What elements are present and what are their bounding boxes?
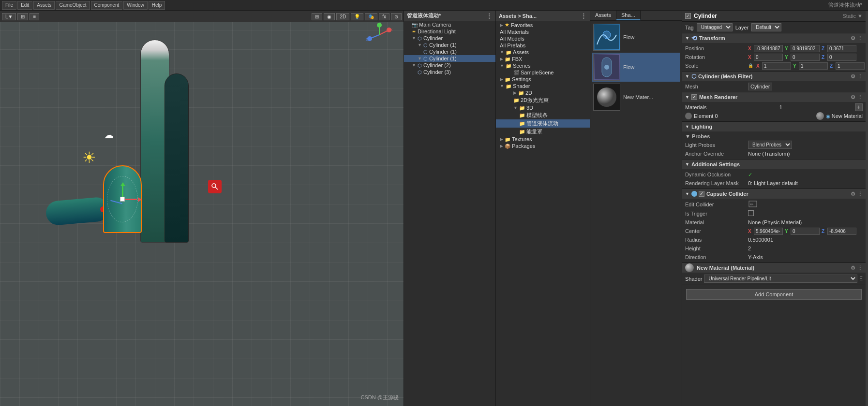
selected-cylinder[interactable] (103, 165, 142, 233)
pos-x-input[interactable] (754, 45, 783, 52)
hierarchy-item-main-camera[interactable]: 📷 Main Camera (404, 21, 495, 28)
scale-x-input[interactable] (762, 62, 791, 70)
rot-x-input[interactable] (754, 54, 783, 61)
gameobject-menu[interactable]: GameObject (56, 1, 90, 10)
scene-view-btn2[interactable]: 💡 (351, 13, 363, 20)
material-settings-icon[interactable]: ⚙ (851, 265, 855, 271)
light-icon: ☀ (412, 29, 416, 34)
hierarchy-item-cylinder-3[interactable]: ⬡ Cylinder (3) (404, 69, 495, 75)
transform-section-header[interactable]: ▼ ⟲ Transform ⚙ ⋮ (682, 33, 866, 43)
rot-z-input[interactable] (827, 54, 856, 61)
tab-assets[interactable]: Assets (590, 11, 616, 20)
settings-item[interactable]: ▶ 📁 Settings (496, 76, 590, 83)
shader-item[interactable]: ▼ 📁 Shader (496, 83, 590, 89)
shader-edit-icon[interactable]: E (859, 276, 863, 281)
scene-view-btn4[interactable]: fx (379, 13, 389, 20)
center-y-input[interactable] (791, 228, 820, 235)
all-prefabs-item[interactable]: All Prefabs (496, 42, 590, 49)
all-materials-item[interactable]: All Materials (496, 29, 590, 35)
mesh-filter-header[interactable]: ▼ ⬡ Cylinder (Mesh Filter) ⚙ ⋮ (682, 72, 866, 81)
search-red-icon[interactable] (208, 180, 222, 193)
model-line-item[interactable]: 📁 模型线条 (496, 111, 590, 119)
pos-y-input[interactable] (791, 45, 820, 52)
is-trigger-checkbox[interactable] (748, 210, 754, 216)
hierarchy-item-directional-light[interactable]: ☀ Directional Light (404, 28, 495, 35)
material-dots-icon[interactable]: ⋮ (857, 265, 863, 271)
assets-menu-btn[interactable]: ⋮ (580, 12, 587, 20)
layer-dropdown[interactable]: Default (751, 23, 781, 31)
view-toggle[interactable]: L▼ (2, 13, 16, 20)
mesh-renderer-header[interactable]: ▼ ✓ Mesh Renderer ⚙ ⋮ (682, 92, 866, 102)
mesh-renderer-settings-icon[interactable]: ⚙ (851, 94, 855, 101)
scenes-item[interactable]: ▼ 📁 Scenes (496, 62, 590, 69)
obj-active-checkbox[interactable]: ✓ (685, 13, 691, 19)
packages-item[interactable]: ▶ 📦 Packages (496, 143, 590, 149)
energy-item[interactable]: 📁 能量罩 (496, 128, 590, 136)
mesh-filter-settings-icon[interactable]: ⚙ (851, 73, 855, 80)
shader-3d-item[interactable]: ▼ 📁 3D (496, 104, 590, 111)
hierarchy-item-cylinder-root[interactable]: ▼ ⬡ Cylinder (404, 35, 495, 42)
fbx-item[interactable]: ▶ 📁 FBX (496, 56, 590, 62)
material-section-header[interactable]: New Material (Material) ⚙ ⋮ (682, 263, 866, 273)
tab-shader[interactable]: Sha... (616, 11, 641, 20)
assets-root-item[interactable]: ▼ 📁 Assets (496, 49, 590, 56)
file-menu[interactable]: File (2, 1, 16, 10)
capsule-dots-icon[interactable]: ⋮ (857, 191, 863, 197)
transform-settings-icon[interactable]: ⚙ (851, 35, 855, 42)
center-x-input[interactable] (754, 228, 783, 235)
tag-dropdown[interactable]: Untagged (697, 23, 733, 31)
sample-scene-item[interactable]: 🎬 SampleScene (496, 69, 590, 76)
shading-toggle[interactable]: ◉ (324, 13, 335, 20)
window-menu[interactable]: Window (123, 1, 148, 10)
shader-2d-item[interactable]: ▶ 📁 2D (496, 89, 590, 96)
laser-item[interactable]: 📁 2D激光光束 (496, 96, 590, 104)
pipe-flow-item[interactable]: 📁 管道液体流动 (496, 119, 590, 128)
preview-flow-1[interactable]: Flow (592, 23, 680, 52)
component-menu[interactable]: Component (91, 1, 123, 10)
additional-settings-header[interactable]: ▼ Additional Settings (682, 160, 866, 169)
edit-menu[interactable]: Edit (17, 1, 32, 10)
lighting-header[interactable]: ▼ Lighting (682, 122, 866, 131)
hierarchy-item-cylinder-1b2[interactable]: ▼ ⬡ Cylinder (1) (404, 55, 495, 62)
viewport[interactable]: L▼ ⊞ ≡ ⊞ ◉ 2D 💡 🎭 fx ⊙ < Persp X Y (0, 11, 404, 406)
center-z-input[interactable] (827, 228, 856, 235)
capsule-settings-icon[interactable]: ⚙ (851, 191, 855, 197)
mesh-filter-dots-icon[interactable]: ⋮ (857, 73, 863, 80)
layout-toggle[interactable]: ⊞ (17, 13, 28, 20)
edit-collider-btn[interactable]: ✏ (748, 200, 863, 209)
probes-collapse: ▼ (685, 133, 690, 139)
favorites-header[interactable]: ▶ ★ Favorites (496, 21, 590, 29)
scene-view-btn1[interactable]: 2D (336, 13, 349, 20)
help-menu[interactable]: Help (149, 1, 165, 10)
mesh-renderer-checkbox[interactable]: ✓ (691, 94, 697, 100)
hierarchy-item-cylinder-2[interactable]: ▼ ⬡ Cylinder (2) (404, 62, 495, 69)
transform-dots-icon[interactable]: ⋮ (857, 35, 863, 42)
capsule-collider-checkbox[interactable]: ✓ (699, 191, 704, 197)
add-component-btn[interactable]: Add Component (686, 289, 862, 300)
mesh-renderer-dots-icon[interactable]: ⋮ (857, 94, 863, 101)
scene-view-btn3[interactable]: 🎭 (365, 13, 377, 20)
textures-item[interactable]: ▶ 📁 Textures (496, 136, 590, 143)
add-material-btn[interactable]: + (855, 103, 863, 111)
all-models-item[interactable]: All Models (496, 35, 590, 42)
hierarchy-item-cylinder-1b[interactable]: ⬡ Cylinder (1) (404, 48, 495, 55)
scene-view-btn5[interactable]: ⊙ (391, 13, 402, 20)
flow-thumb-2 (593, 54, 620, 81)
hierarchy-item-cylinder-1a[interactable]: ▼ ⬡ Cylinder (1) (404, 42, 495, 48)
capsule-collider-header[interactable]: ▼ ✓ Capsule Collider ⚙ ⋮ (682, 189, 866, 199)
pos-z-input[interactable] (827, 45, 856, 52)
rot-y-input[interactable] (791, 54, 820, 61)
scale-z-input[interactable] (836, 62, 865, 70)
preview-flow-2[interactable]: Flow (592, 53, 680, 82)
grid-toggle[interactable]: ⊞ (312, 13, 322, 20)
shader-dropdown[interactable]: Universal Render Pipeline/Lit (704, 275, 857, 283)
assets-menu[interactable]: Assets (33, 1, 55, 10)
material-label: New Material (Material) (697, 265, 754, 271)
preview-new-material[interactable]: New Mater... (592, 83, 680, 112)
light-probes-dropdown[interactable]: Blend Probes (748, 141, 792, 149)
inspector-scroll[interactable]: ▼ ⟲ Transform ⚙ ⋮ Position (682, 33, 866, 406)
scale-y-input[interactable] (799, 62, 828, 70)
svg-line-10 (215, 187, 218, 189)
hierarchy-menu-btn[interactable]: ⋮ (486, 12, 493, 20)
overlay-toggle[interactable]: ≡ (30, 13, 39, 20)
